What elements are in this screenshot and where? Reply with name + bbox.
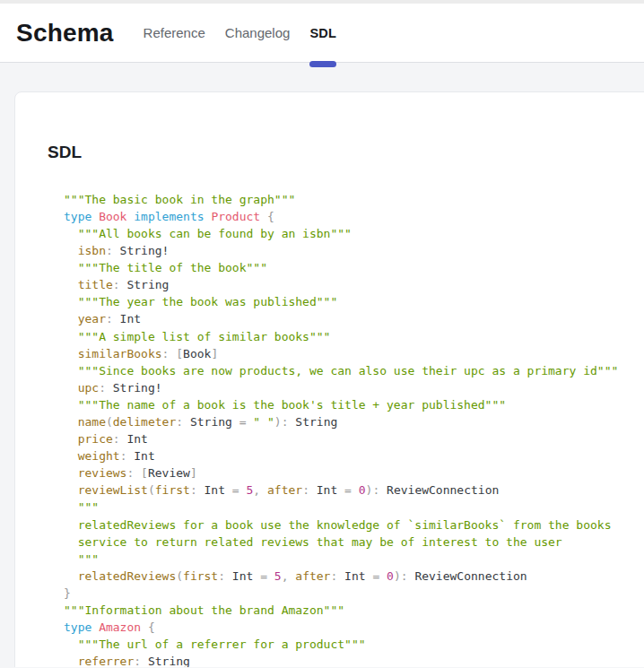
- code-line: year: Int: [64, 310, 644, 327]
- page-body: SDL """The basic book in the graph"""typ…: [0, 63, 644, 667]
- tab-sdl[interactable]: SDL: [300, 4, 346, 63]
- tab-sdl-label: SDL: [309, 26, 336, 40]
- code-line: service to return related reviews that m…: [64, 534, 644, 551]
- code-line: price: Int: [64, 430, 644, 447]
- page-header: Schema Reference Changelog SDL: [0, 4, 644, 63]
- page-title: Schema: [16, 19, 114, 48]
- code-line: """Since books are now products, we can …: [64, 362, 644, 379]
- code-line: upc: String!: [64, 379, 644, 396]
- code-line: relatedReviews(first: Int = 5, after: In…: [64, 568, 644, 585]
- code-line: reviews: [Review]: [64, 464, 644, 481]
- code-line: reviewList(first: Int = 5, after: Int = …: [64, 481, 644, 499]
- code-line: title: String: [64, 276, 644, 293]
- code-line: """A simple list of similar books""": [64, 328, 644, 345]
- schema-tabs: Reference Changelog SDL: [134, 4, 347, 63]
- code-line: isbn: String!: [64, 242, 644, 259]
- code-line: """The title of the book""": [64, 259, 644, 276]
- sdl-card-heading: SDL: [48, 143, 644, 162]
- sdl-code: """The basic book in the graph"""type Bo…: [64, 191, 644, 667]
- code-line: """The year the book was published""": [64, 293, 644, 310]
- code-line: """Information about the brand Amazon""": [64, 602, 644, 619]
- code-line: type Amazon {: [64, 619, 644, 636]
- code-line: referrer: String: [64, 653, 644, 667]
- code-line: name(delimeter: String = " "): String: [64, 413, 644, 430]
- tab-reference[interactable]: Reference: [134, 4, 215, 63]
- code-line: weight: Int: [64, 447, 644, 464]
- code-line: """All books can be found by an isbn""": [64, 225, 644, 242]
- sdl-card: SDL """The basic book in the graph"""typ…: [14, 91, 644, 667]
- code-line: relatedReviews for a book use the knowle…: [64, 516, 644, 534]
- tab-changelog-label: Changelog: [225, 25, 291, 40]
- code-line: """: [64, 551, 644, 568]
- active-tab-indicator: [309, 61, 336, 67]
- tab-reference-label: Reference: [144, 25, 205, 40]
- code-line: type Book implements Product {: [64, 208, 644, 225]
- code-line: }: [64, 585, 644, 602]
- code-line: similarBooks: [Book]: [64, 345, 644, 362]
- code-line: """The url of a referrer for a product""…: [64, 636, 644, 653]
- tab-changelog[interactable]: Changelog: [215, 4, 300, 63]
- code-line: """The basic book in the graph""": [64, 191, 644, 208]
- code-line: """The name of a book is the book's titl…: [64, 396, 644, 413]
- code-line: """: [64, 499, 644, 516]
